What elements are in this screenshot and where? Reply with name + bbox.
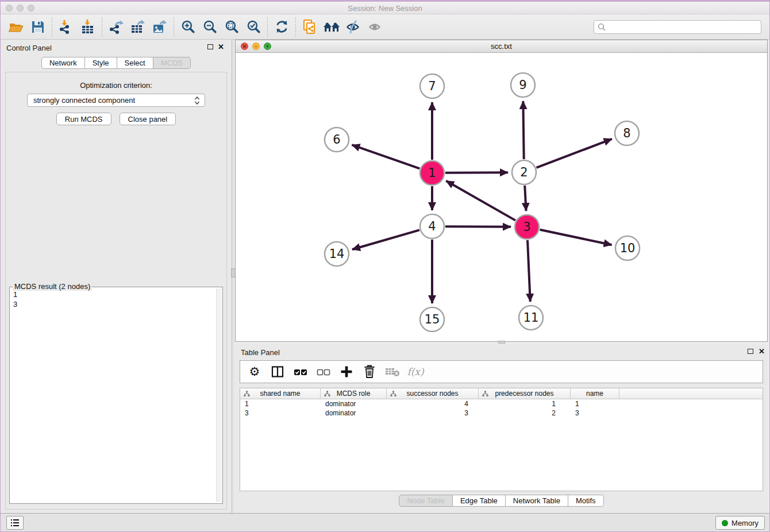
export-table-icon[interactable] [127,17,149,37]
function-builder-icon[interactable]: f(x) [407,363,424,380]
column-header-successor-nodes[interactable]: successor nodes [387,388,479,399]
cell-successor-nodes[interactable]: 3 [387,408,479,418]
cell-shared-name[interactable]: 3 [240,408,321,418]
graph-node-8[interactable]: 8 [615,121,639,145]
close-table-panel-icon[interactable]: ✕ [759,347,765,356]
tab-select[interactable]: Select [117,57,153,69]
column-header-mcds-role[interactable]: MCDS role [321,388,387,399]
graph-edge-4-3[interactable] [445,226,511,227]
graph-edge-2-8[interactable] [537,139,612,168]
table-toolbar: ⚙ [240,360,763,383]
unselect-all-icon[interactable] [315,363,332,380]
graph-node-11[interactable]: 11 [519,306,543,330]
import-network-icon[interactable] [55,17,77,37]
graph-node-6[interactable]: 6 [325,128,349,152]
open-file-icon[interactable] [5,17,27,37]
result-item[interactable]: 3 [13,299,215,309]
graph-edge-3-10[interactable] [540,230,612,245]
delete-table-icon[interactable] [384,363,401,380]
graph-edge-1-6[interactable] [352,145,419,168]
split-view-icon[interactable] [269,363,286,380]
graph-edge-3-1[interactable] [446,181,515,221]
mcds-result-list[interactable]: 1 3 [13,290,215,502]
network-table-splitter-handle[interactable] [498,341,505,344]
network-canvas[interactable]: 7968124314101511 [236,53,767,341]
graph-node-7[interactable]: 7 [420,74,444,98]
tab-network-table[interactable]: Network Table [506,495,568,507]
graph-node-2[interactable]: 2 [512,160,536,184]
show-panels-icon[interactable] [364,17,386,37]
column-header-name[interactable]: name [571,388,619,399]
toolbar-separator [267,17,268,37]
network-from-clipboard-icon[interactable] [299,17,321,37]
tab-mcds[interactable]: MCDS [153,57,191,69]
zoom-out-icon[interactable] [199,17,221,37]
import-table-icon[interactable] [77,17,99,37]
toolbar-separator [102,17,102,37]
select-all-icon[interactable] [292,363,309,380]
export-image-icon[interactable] [149,17,171,37]
app-title: Session: New Session [1,4,769,13]
cell-successor-nodes[interactable]: 4 [387,399,479,408]
column-header-shared-name[interactable]: shared name [240,388,321,399]
run-mcds-button[interactable]: Run MCDS [56,113,111,125]
cell-mcds-role[interactable]: dominator [321,399,387,408]
cell-mcds-role[interactable]: dominator [321,408,387,418]
graph-edge-2-9[interactable] [523,101,523,159]
tab-style[interactable]: Style [85,57,117,69]
optimization-criterion-dropdown[interactable]: strongly connected component [27,94,205,107]
result-item[interactable]: 1 [13,290,215,299]
network-graph[interactable]: 7968124314101511 [236,53,767,341]
add-column-icon[interactable] [338,363,355,380]
cell-predecessor-nodes[interactable]: 1 [479,399,571,408]
column-header-predecessor-nodes[interactable]: predecessor nodes [479,388,571,399]
memory-button[interactable]: Memory [715,516,765,530]
tab-edge-table[interactable]: Edge Table [453,495,506,507]
tab-network[interactable]: Network [41,57,85,69]
show-panels-list-button[interactable] [6,516,24,530]
graph-node-3[interactable]: 3 [515,215,539,239]
graph-edge-4-14[interactable] [352,230,419,249]
graph-node-4[interactable]: 4 [420,214,444,238]
graph-edge-2-3[interactable] [525,186,526,211]
search-input[interactable] [608,23,757,31]
list-icon [10,519,20,527]
refresh-icon[interactable] [271,17,292,37]
cell-shared-name[interactable]: 1 [240,399,321,408]
close-panel-button[interactable]: Close panel [120,113,176,125]
search-field[interactable] [594,20,761,34]
home-icon[interactable] [321,17,342,37]
zoom-fit-icon[interactable] [221,17,242,37]
graph-node-1[interactable]: 1 [420,161,444,185]
svg-text:14: 14 [329,247,345,261]
tab-motifs[interactable]: Motifs [568,495,604,507]
svg-text:11: 11 [523,311,539,325]
graph-node-14[interactable]: 14 [325,242,349,266]
svg-text:2: 2 [520,165,528,179]
close-panel-icon[interactable]: ✕ [218,43,224,51]
table-settings-icon[interactable]: ⚙ [246,363,263,380]
delete-column-icon[interactable] [361,363,378,380]
save-session-icon[interactable] [27,17,49,37]
graph-edge-3-11[interactable] [528,240,530,302]
float-table-panel-icon[interactable] [748,349,753,354]
graph-node-10[interactable]: 10 [615,236,640,260]
hide-panels-icon[interactable] [342,17,364,37]
table-row[interactable]: 3 dominator 3 2 3 [240,408,763,418]
zoom-in-icon[interactable] [177,17,199,37]
result-scrollbar[interactable] [216,288,222,502]
cell-predecessor-nodes[interactable]: 2 [479,408,571,418]
cell-name[interactable]: 3 [571,408,619,418]
export-network-icon[interactable] [105,17,127,37]
graph-node-9[interactable]: 9 [511,73,535,97]
memory-status-icon [722,520,728,526]
graph-node-15[interactable]: 15 [420,307,444,331]
optimization-criterion-label: Optimization criterion: [6,81,226,90]
cell-name[interactable]: 1 [571,399,619,408]
zoom-selected-icon[interactable] [242,17,264,37]
svg-text:3: 3 [523,220,530,234]
table-row[interactable]: 1 dominator 4 1 1 [240,399,763,408]
float-panel-icon[interactable] [207,44,213,49]
graph-edge-1-2[interactable] [445,172,508,173]
tab-node-table[interactable]: Node Table [399,495,453,507]
